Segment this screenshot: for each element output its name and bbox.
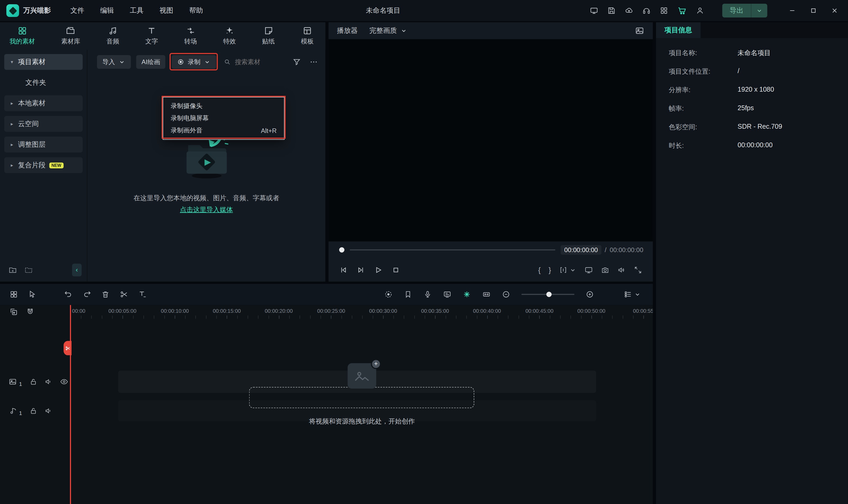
minimize-button[interactable] [789, 7, 796, 14]
mark-in-button[interactable]: { [538, 266, 540, 274]
delete-button[interactable] [101, 290, 110, 299]
stop-button[interactable] [392, 266, 400, 274]
sidebar-item-local-media[interactable]: ▸ 本地素材 [4, 95, 83, 111]
snap-magnet-icon[interactable] [26, 307, 34, 316]
my-media-icon [17, 26, 27, 35]
ruler-tick: 00:00:35:00 [421, 308, 449, 314]
search-box[interactable] [224, 58, 287, 66]
delete-folder-icon[interactable] [24, 266, 33, 274]
tab-project-info[interactable]: 项目信息 [656, 22, 700, 38]
info-label: 分辨率: [669, 86, 738, 95]
keyframe-box-icon[interactable] [482, 290, 491, 299]
playhead-scissors-handle[interactable] [64, 341, 72, 355]
sidebar-item-compound-clip[interactable]: ▸ 复合片段 NEW [4, 157, 83, 173]
menu-edit[interactable]: 编辑 [92, 0, 122, 21]
export-button[interactable]: 导出 [722, 4, 767, 17]
snapshot-camera-icon[interactable] [601, 266, 609, 274]
split-scissors-button[interactable] [120, 290, 128, 299]
filter-icon[interactable] [292, 58, 301, 66]
apps-grid-icon[interactable] [660, 6, 668, 15]
zoom-slider-knob[interactable] [546, 292, 552, 297]
menu-file[interactable]: 文件 [63, 0, 92, 21]
add-media-plus-badge[interactable]: + [371, 359, 381, 369]
menu-help[interactable]: 帮助 [181, 0, 211, 21]
next-frame-button[interactable] [357, 266, 365, 274]
tab-stock-library[interactable]: 素材库 [61, 26, 80, 46]
account-icon[interactable] [696, 6, 704, 15]
tab-transition[interactable]: 转场 [184, 26, 197, 46]
play-button[interactable] [374, 266, 382, 274]
tab-my-media[interactable]: 我的素材 [10, 26, 35, 46]
undo-button[interactable] [64, 290, 73, 299]
maximize-button[interactable] [810, 7, 817, 14]
import-media-link[interactable]: 点击这里导入媒体 [180, 205, 233, 215]
mark-out-button[interactable]: } [549, 266, 551, 274]
collapse-sidebar-button[interactable]: ‹ [72, 264, 82, 276]
add-to-timeline-icon[interactable] [10, 307, 18, 316]
mark-range-dropdown[interactable] [559, 266, 576, 274]
tab-templates[interactable]: 模板 [301, 26, 314, 46]
sidebar-item-folder[interactable]: 文件夹 [4, 75, 83, 91]
import-button[interactable]: 导入 [97, 55, 131, 69]
tab-effects[interactable]: 特效 [223, 26, 236, 46]
playback-slider[interactable] [350, 250, 555, 251]
quality-dropdown[interactable]: 完整画质 [369, 26, 408, 35]
zoom-out-button[interactable] [502, 290, 510, 299]
ruler-tick: 00:00 [72, 308, 85, 314]
mute-track-icon[interactable] [44, 377, 53, 386]
chevron-down-icon [569, 266, 576, 274]
lock-track-icon[interactable] [29, 407, 37, 415]
total-timecode: 00:00:00:00 [610, 246, 643, 254]
timeline-zoom-slider[interactable] [521, 294, 574, 295]
select-cursor-icon[interactable] [28, 290, 37, 299]
timeline-ruler[interactable]: 00:00 00:00:05:00 00:00:10:00 00:00:15:0… [70, 305, 653, 319]
export-chevron-down-icon[interactable] [751, 7, 767, 14]
tab-text[interactable]: 文字 [145, 26, 158, 46]
new-folder-icon[interactable] [8, 266, 17, 274]
mute-track-icon[interactable] [44, 407, 53, 415]
fullscreen-icon[interactable] [634, 266, 642, 274]
info-label: 帧率: [669, 104, 738, 113]
ai-paint-button[interactable]: AI绘画 [136, 55, 166, 69]
project-info-panel: 项目信息 项目名称: 未命名项目 项目文件位置: / 分辨率: 1920 x 1… [656, 22, 848, 504]
menu-view[interactable]: 视图 [152, 0, 181, 21]
display-mode-icon[interactable] [590, 6, 598, 15]
scopes-icon[interactable] [635, 26, 644, 35]
volume-icon[interactable] [617, 266, 626, 274]
support-headset-icon[interactable] [642, 6, 651, 15]
timeline-drop-zone[interactable] [249, 387, 474, 408]
audio-track-header: 1 [0, 400, 70, 421]
media-empty-state: 在这里导入您本地的视频、图片、音频、字幕或者 点击这里导入媒体 [87, 129, 326, 215]
sidebar-item-cloud-space[interactable]: ▸ 云空间 [4, 116, 83, 132]
render-preview-icon[interactable] [384, 290, 393, 299]
more-options-icon[interactable] [309, 58, 318, 66]
track-manager-dropdown[interactable] [624, 290, 641, 299]
playback-slider-knob[interactable] [339, 247, 344, 253]
lock-track-icon[interactable] [29, 377, 37, 386]
menu-tools[interactable]: 工具 [122, 0, 152, 21]
cloud-upload-icon[interactable] [625, 6, 633, 15]
export-label: 导出 [722, 6, 751, 15]
redo-button[interactable] [83, 290, 91, 299]
marker-icon[interactable] [404, 290, 412, 299]
tab-audio[interactable]: 音频 [106, 26, 119, 46]
second-display-icon[interactable] [585, 266, 593, 274]
beat-detection-icon[interactable] [463, 290, 471, 299]
quick-text-button[interactable] [138, 290, 147, 299]
previous-frame-button[interactable] [339, 266, 347, 274]
voiceover-mic-icon[interactable] [423, 290, 432, 299]
media-view-icon[interactable] [10, 290, 18, 299]
hide-track-eye-icon[interactable] [59, 377, 68, 386]
sidebar-item-project-media[interactable]: ▾ 项目素材 [4, 54, 83, 70]
tab-stickers[interactable]: 贴纸 [262, 26, 275, 46]
search-input[interactable] [235, 58, 282, 66]
zoom-in-button[interactable] [586, 290, 594, 299]
record-button[interactable]: 录制 [172, 55, 216, 69]
sidebar-item-adjustment-layer[interactable]: ▸ 调整图层 [4, 137, 83, 152]
playhead[interactable] [70, 305, 71, 504]
info-row: 项目名称: 未命名项目 [669, 49, 835, 58]
speech-to-text-icon[interactable] [443, 290, 451, 299]
close-button[interactable] [831, 7, 838, 14]
save-icon[interactable] [607, 6, 616, 15]
cart-icon[interactable] [677, 6, 687, 15]
